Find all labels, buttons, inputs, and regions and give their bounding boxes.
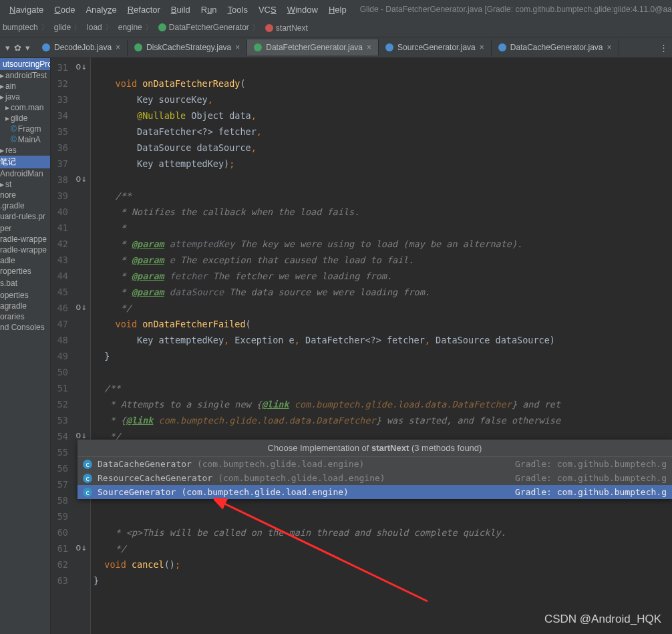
gutter-marker[interactable]	[72, 90, 90, 106]
impl-row-0[interactable]: cDataCacheGenerator (com.bumptech.glide.…	[77, 457, 672, 471]
menu-navigate[interactable]: Navigate	[5, 3, 47, 16]
file-icon	[385, 43, 393, 51]
gutter-marker[interactable]	[72, 411, 90, 427]
gutter-marker[interactable]: o↓	[72, 299, 90, 315]
editor-tab-2[interactable]: DataFetcherGenerator.java×	[247, 39, 379, 55]
impl-row-2[interactable]: cSourceGenerator (com.bumptech.glide.loa…	[77, 485, 672, 499]
menu-code[interactable]: Code	[50, 3, 79, 16]
menu-vcs[interactable]: VCS	[255, 3, 281, 16]
sidebar-item-11[interactable]: nore	[0, 190, 50, 200]
sidebar-label: oraries	[0, 312, 25, 321]
menu-analyze[interactable]: Analyze	[81, 3, 120, 16]
gutter-marker[interactable]	[72, 283, 90, 299]
menu-run[interactable]: Run	[197, 3, 221, 16]
sidebar-item-8[interactable]: 笔记	[0, 156, 50, 168]
gutter-marker[interactable]	[72, 571, 90, 587]
impl-gradle: Gradle: com.github.bumptech.g	[515, 487, 667, 497]
sidebar-top[interactable]: utsourcingPro	[0, 58, 50, 70]
impl-row-1[interactable]: cResourceCacheGenerator (com.bumptech.gl…	[77, 471, 672, 485]
sidebar-item-1[interactable]: ▸ain	[0, 81, 50, 92]
gutter-marker[interactable]	[72, 523, 90, 539]
gutter-marker[interactable]: o↓	[72, 539, 90, 555]
sidebar-item-6[interactable]: ©MainA	[0, 134, 50, 145]
gutter-marker[interactable]	[72, 395, 90, 411]
sidebar-item-3[interactable]: ▸com.man	[0, 102, 50, 113]
sidebar-item-5[interactable]: ©Fragm	[0, 124, 50, 134]
sidebar-item-23[interactable]: operties	[0, 290, 50, 301]
gutter-marker[interactable]	[72, 186, 90, 202]
gutter-marker[interactable]	[72, 507, 90, 523]
marker-gutter[interactable]: o↓ o↓ o↓ o↓ o↓	[72, 58, 91, 634]
gear-icon[interactable]: ✿	[14, 43, 21, 53]
editor-tab-3[interactable]: SourceGenerator.java×	[379, 39, 492, 55]
sidebar-item-25[interactable]: oraries	[0, 311, 50, 322]
gutter-marker[interactable]	[72, 218, 90, 234]
gutter-marker[interactable]	[72, 315, 90, 331]
crumb-bumptech[interactable]: bumptech〉	[3, 22, 51, 33]
menu-tools[interactable]: Tools	[224, 3, 252, 16]
crumb-method[interactable]: startNext	[265, 23, 308, 33]
sidebar-item-15[interactable]: per	[0, 223, 50, 234]
sidebar-item-4[interactable]: ▸glide	[0, 113, 50, 124]
sidebar-item-2[interactable]: ▸java	[0, 92, 50, 102]
sidebar-item-0[interactable]: ▸androidTest	[0, 70, 50, 81]
crumb-load[interactable]: load〉	[87, 22, 116, 33]
sidebar-item-19[interactable]: roperties	[0, 266, 50, 277]
window-title: Glide - DataFetcherGenerator.java [Gradl…	[360, 5, 672, 14]
gutter-marker[interactable]	[72, 138, 90, 154]
menu-refactor[interactable]: Refactor	[124, 3, 164, 16]
project-sidebar[interactable]: utsourcingPro ▸androidTest▸ain▸java▸com.…	[0, 58, 51, 634]
gutter-marker[interactable]	[72, 74, 90, 90]
gutter-marker[interactable]	[72, 331, 90, 347]
gutter-marker[interactable]	[72, 363, 90, 379]
close-icon[interactable]: ×	[367, 43, 371, 52]
sidebar-item-24[interactable]: agradle	[0, 301, 50, 311]
sidebar-item-9[interactable]: AndroidMan	[0, 168, 50, 179]
crumb-engine[interactable]: engine〉	[118, 22, 156, 33]
sidebar-item-18[interactable]: adle	[0, 255, 50, 266]
tab-label: DiskCacheStrategy.java	[146, 43, 231, 52]
sidebar-label: radle-wrappe	[0, 245, 47, 255]
sidebar-item-17[interactable]: radle-wrappe	[0, 245, 50, 255]
sidebar-item-13[interactable]: uard-rules.pr	[0, 211, 50, 222]
dropdown-icon[interactable]: ▾	[5, 43, 10, 53]
gutter-marker[interactable]	[72, 251, 90, 267]
editor-tab-4[interactable]: DataCacheGenerator.java×	[492, 39, 619, 55]
editor-tab-0[interactable]: DecodeJob.java×	[35, 39, 128, 55]
class-icon: c	[83, 474, 92, 483]
gutter-marker[interactable]: o↓	[72, 58, 90, 74]
editor-tab-1[interactable]: DiskCacheStrategy.java×	[128, 39, 247, 55]
crumb-class[interactable]: DataFetcherGenerator〉	[158, 22, 263, 33]
sidebar-label: Fragm	[18, 124, 41, 134]
close-icon[interactable]: ×	[235, 43, 240, 52]
gutter-marker[interactable]	[72, 555, 90, 571]
menu-build[interactable]: Build	[167, 3, 194, 16]
gutter-marker[interactable]	[72, 267, 90, 283]
gutter-marker[interactable]	[72, 202, 90, 218]
sidebar-label: per	[0, 224, 11, 233]
crumb-glide[interactable]: glide〉	[54, 22, 84, 33]
overflow-icon[interactable]: ⋮	[655, 43, 672, 53]
gutter-marker[interactable]	[72, 347, 90, 363]
gutter-marker[interactable]	[72, 379, 90, 395]
sidebar-item-10[interactable]: ▸st	[0, 179, 50, 190]
line-number: 44	[51, 268, 72, 284]
sidebar-item-21[interactable]: s.bat	[0, 278, 50, 289]
menu-help[interactable]: Help	[325, 3, 351, 16]
line-number: 31	[51, 59, 72, 75]
menu-window[interactable]: Window	[283, 3, 322, 16]
sidebar-item-16[interactable]: radle-wrappe	[0, 234, 50, 245]
gutter-marker[interactable]	[72, 106, 90, 122]
sidebar-item-12[interactable]: .gradle	[0, 200, 50, 211]
sidebar-label: MainA	[18, 135, 41, 144]
gutter-marker[interactable]	[72, 122, 90, 138]
gutter-marker[interactable]: o↓	[72, 170, 90, 186]
close-icon[interactable]: ×	[480, 43, 484, 52]
code-editor[interactable]: void onDataFetcherReady( Key sourceKey, …	[91, 58, 672, 634]
gutter-marker[interactable]	[72, 154, 90, 170]
close-icon[interactable]: ×	[116, 43, 120, 52]
close-icon[interactable]: ×	[607, 43, 612, 52]
gutter-marker[interactable]	[72, 234, 90, 251]
sidebar-item-26[interactable]: nd Consoles	[0, 322, 50, 333]
sidebar-item-7[interactable]: ▸res	[0, 145, 50, 156]
